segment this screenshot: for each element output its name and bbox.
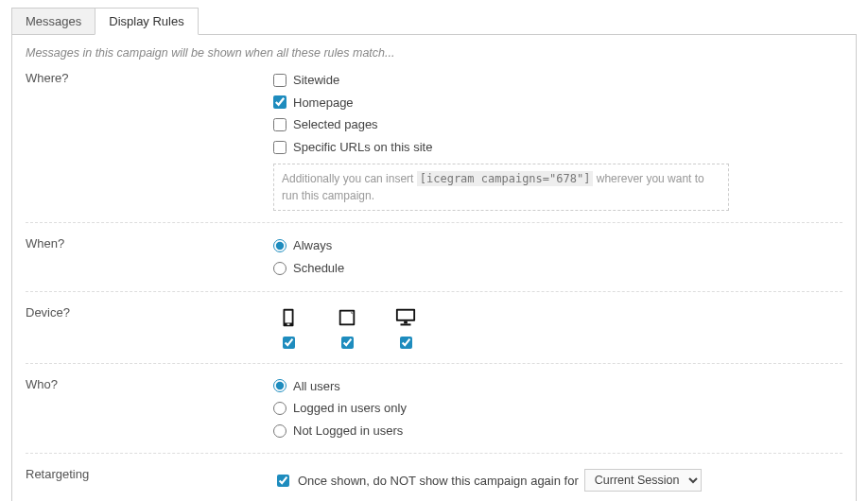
where-hint-pre: Additionally you can insert [282, 172, 413, 185]
device-mobile-checkbox[interactable] [283, 337, 295, 349]
when-always-radio[interactable] [273, 239, 286, 252]
where-sitewide-checkbox[interactable] [273, 74, 286, 87]
who-all-radio[interactable] [273, 379, 286, 392]
when-schedule-text: Schedule [293, 261, 344, 276]
device-desktop [391, 307, 421, 352]
where-sitewide-text: Sitewide [293, 73, 339, 88]
desktop-icon [394, 307, 417, 328]
where-homepage-text: Homepage [293, 95, 354, 111]
where-selected-pages-option[interactable]: Selected pages [273, 113, 842, 136]
rule-where: Where? Sitewide Homepage Selected pages … [26, 69, 842, 222]
device-tablet-checkbox[interactable] [341, 337, 354, 349]
where-hint-code: [icegram campaigns="678"] [417, 171, 594, 186]
where-selected-pages-text: Selected pages [293, 117, 378, 132]
who-logged-in-option[interactable]: Logged in users only [273, 397, 842, 420]
where-specific-urls-option[interactable]: Specific URLs on this site [273, 136, 842, 159]
retarget-once-shown-checkbox[interactable] [277, 475, 289, 487]
where-hint: Additionally you can insert [icegram cam… [273, 164, 729, 211]
rule-who: Who? All users Logged in users only Not … [26, 363, 842, 454]
when-always-option[interactable]: Always [273, 234, 842, 257]
device-label: Device? [26, 303, 273, 352]
svg-rect-7 [398, 310, 414, 319]
display-rules-panel: Messages in this campaign will be shown … [11, 34, 857, 501]
where-sitewide-option[interactable]: Sitewide [273, 69, 842, 92]
who-not-logged-option[interactable]: Not Logged in users [273, 420, 842, 442]
svg-rect-4 [341, 311, 354, 323]
svg-rect-8 [404, 320, 408, 323]
device-mobile [273, 307, 304, 352]
tab-display-rules[interactable]: Display Rules [95, 8, 198, 35]
rule-retargeting: Retargeting Once shown, do NOT show this… [26, 453, 842, 501]
where-specific-urls-text: Specific URLs on this site [293, 140, 432, 155]
when-schedule-radio[interactable] [273, 262, 286, 275]
retarget-once-shown-text: Once shown, do NOT show this campaign ag… [298, 474, 579, 488]
device-tablet [332, 307, 362, 352]
where-selected-pages-checkbox[interactable] [273, 118, 286, 131]
tablet-icon [337, 307, 357, 328]
who-all-option[interactable]: All users [273, 375, 842, 398]
who-logged-in-radio[interactable] [273, 402, 286, 415]
rule-device: Device? [26, 291, 842, 363]
where-homepage-option[interactable]: Homepage [273, 92, 842, 114]
mobile-icon [278, 307, 299, 328]
who-not-logged-radio[interactable] [273, 424, 286, 438]
retarget-once-shown-row: Once shown, do NOT show this campaign ag… [273, 465, 842, 495]
where-specific-urls-checkbox[interactable] [273, 141, 286, 154]
where-homepage-checkbox[interactable] [273, 95, 286, 109]
svg-rect-2 [287, 323, 290, 324]
when-label: When? [26, 234, 273, 279]
where-label: Where? [26, 69, 273, 211]
who-not-logged-text: Not Logged in users [293, 423, 403, 439]
tab-messages[interactable]: Messages [11, 8, 95, 35]
rule-when: When? Always Schedule [26, 222, 842, 290]
retarget-once-shown-select[interactable]: Current Session [584, 469, 702, 492]
svg-rect-9 [401, 323, 411, 325]
retargeting-label: Retargeting [26, 465, 273, 501]
when-always-text: Always [293, 238, 332, 253]
intro-text: Messages in this campaign will be shown … [26, 44, 842, 69]
who-all-text: All users [293, 379, 340, 394]
when-schedule-option[interactable]: Schedule [273, 257, 842, 280]
device-desktop-checkbox[interactable] [400, 337, 412, 349]
who-logged-in-text: Logged in users only [293, 401, 407, 416]
tab-bar: Messages Display Rules [11, 8, 857, 35]
who-label: Who? [26, 375, 273, 442]
svg-rect-1 [285, 310, 291, 322]
